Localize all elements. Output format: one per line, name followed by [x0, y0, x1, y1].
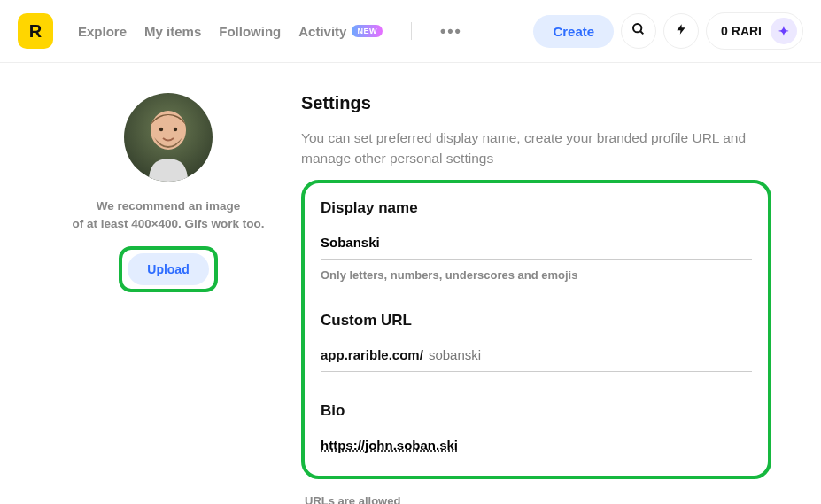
lightning-icon [675, 21, 687, 41]
avatar[interactable] [124, 93, 213, 182]
form-highlight: Display name Only letters, numbers, unde… [301, 180, 771, 479]
nav-explore[interactable]: Explore [78, 24, 127, 39]
svg-point-3 [151, 111, 186, 150]
rari-balance-text: 0 RARI [721, 24, 762, 38]
upload-button[interactable]: Upload [128, 253, 208, 285]
rari-token-icon: ✦ [771, 18, 797, 44]
custom-url-input[interactable] [429, 347, 597, 362]
nav-activity-label: Activity [298, 24, 346, 39]
upload-highlight: Upload [119, 246, 217, 292]
search-icon [631, 22, 646, 40]
custom-url-section: Custom URL app.rarible.com/ [321, 312, 752, 372]
avatar-recommendation-line1: We recommend an image [97, 198, 241, 215]
display-name-input[interactable] [321, 229, 752, 260]
search-button[interactable] [621, 13, 656, 49]
create-button[interactable]: Create [533, 15, 614, 48]
rari-balance-pill[interactable]: 0 RARI ✦ [706, 12, 803, 50]
notifications-button[interactable] [663, 13, 699, 49]
avatar-column: We recommend an image of at least 400×40… [71, 93, 266, 504]
custom-url-label: Custom URL [321, 312, 752, 330]
nav-activity[interactable]: Activity NEW [298, 24, 383, 39]
svg-line-1 [640, 31, 643, 34]
display-name-label: Display name [321, 199, 752, 217]
settings-form: Settings You can set preferred display n… [301, 93, 771, 504]
logo[interactable]: R [18, 13, 53, 49]
logo-letter: R [29, 21, 42, 42]
bio-hint: URLs are allowed [305, 494, 771, 505]
svg-point-5 [174, 128, 177, 131]
display-name-section: Display name Only letters, numbers, unde… [321, 199, 752, 282]
custom-url-prefix: app.rarible.com/ [321, 347, 423, 362]
nav-following[interactable]: Following [219, 24, 281, 39]
new-badge: NEW [352, 25, 383, 37]
nav-my-items[interactable]: My items [144, 24, 201, 39]
avatar-recommendation-line2: of at least 400×400. Gifs work too. [72, 215, 264, 233]
page-title: Settings [301, 93, 771, 113]
display-name-hint: Only letters, numbers, underscores and e… [321, 268, 752, 282]
bio-section: Bio [321, 402, 752, 454]
bio-input[interactable] [321, 432, 752, 454]
svg-point-4 [159, 128, 163, 131]
more-menu-icon[interactable]: ••• [440, 22, 462, 41]
svg-point-0 [633, 24, 641, 32]
custom-url-row: app.rarible.com/ [321, 342, 752, 372]
page-description: You can set preferred display name, crea… [301, 128, 762, 169]
bio-label: Bio [321, 402, 752, 420]
top-nav: R Explore My items Following Activity NE… [0, 0, 821, 63]
settings-page: We recommend an image of at least 400×40… [0, 63, 821, 504]
bio-underline [301, 485, 771, 485]
main-nav: Explore My items Following Activity NEW … [78, 22, 462, 41]
nav-divider [411, 22, 412, 40]
